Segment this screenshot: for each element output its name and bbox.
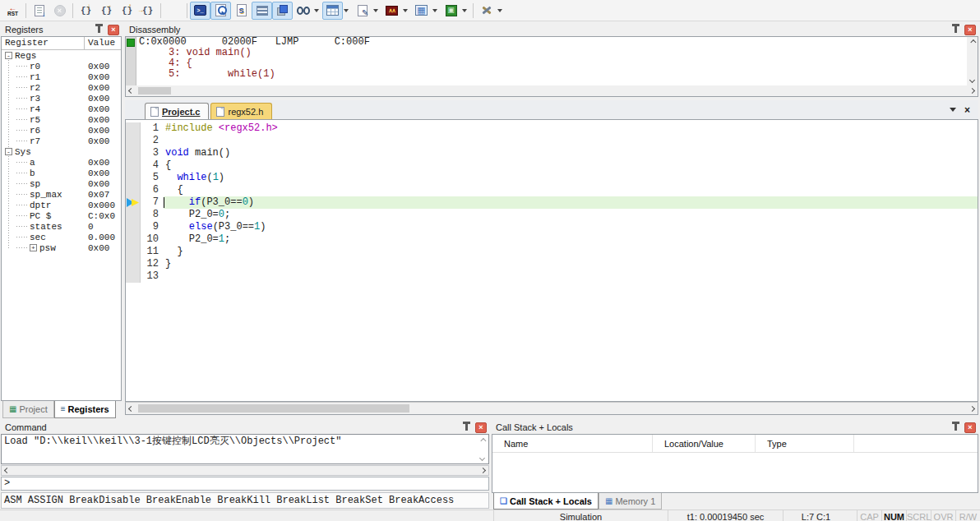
dropdown-arrow-icon[interactable] (497, 9, 502, 12)
memory-window-button[interactable] (322, 2, 343, 20)
breakpoint-gutter[interactable] (126, 233, 141, 246)
run-to-line-button[interactable] (29, 2, 49, 20)
scroll-down-icon[interactable] (967, 75, 978, 85)
code-text[interactable] (164, 270, 978, 283)
register-row[interactable]: r20x00 (2, 82, 121, 93)
disassembly-lines[interactable]: C:0x0000 02000F LJMP C:000F 3: void main… (136, 37, 967, 85)
trace-window-button[interactable] (411, 2, 432, 20)
name-column-header[interactable]: Name (492, 435, 653, 452)
scroll-up-icon[interactable] (477, 436, 488, 446)
register-row[interactable]: sp_max0x07 (2, 189, 121, 200)
stop-button[interactable] (49, 2, 70, 20)
breakpoint-gutter[interactable] (126, 122, 141, 135)
code-line[interactable]: 8 P2_0=0; (126, 209, 978, 221)
code-text[interactable]: P2_0=0; (164, 209, 978, 221)
disassembly-line[interactable]: C:0x0000 02000F LJMP C:000F (136, 37, 967, 48)
code-line[interactable]: 4{ (126, 159, 978, 172)
code-line[interactable]: 12} (126, 258, 978, 270)
code-line[interactable]: 1#include <regx52.h> (126, 122, 978, 135)
pin-icon[interactable] (465, 424, 468, 431)
code-text[interactable]: void main() (164, 147, 978, 159)
disassembly-line[interactable]: 5: while(1) (136, 69, 967, 80)
type-column-header[interactable]: Type (756, 435, 854, 452)
step-over-button[interactable]: → (96, 2, 117, 20)
code-line[interactable]: 10 P2_0=1; (126, 233, 978, 246)
code-text[interactable]: { (164, 159, 978, 172)
code-line[interactable]: 11 } (126, 246, 978, 258)
breakpoint-gutter[interactable] (126, 270, 141, 283)
toolbox-button[interactable] (476, 2, 497, 20)
scrollbar-thumb[interactable] (138, 87, 171, 95)
breakpoint-gutter[interactable] (126, 221, 141, 233)
serial-window-button[interactable] (352, 2, 372, 20)
scroll-left-icon[interactable] (126, 403, 136, 414)
editor-hscrollbar[interactable] (125, 402, 978, 415)
tab-project[interactable]: ▦Project (2, 401, 54, 418)
collapse-icon[interactable]: - (5, 148, 12, 155)
editor-tab-regx52-h[interactable]: regx52.h (210, 103, 272, 119)
scroll-down-icon[interactable] (477, 453, 488, 463)
system-viewer-button[interactable] (441, 2, 461, 20)
scrollbar-thumb[interactable] (138, 404, 409, 413)
scroll-right-icon[interactable] (967, 85, 978, 96)
code-line[interactable]: 7 if(P3_0==0) (126, 196, 978, 209)
dropdown-arrow-icon[interactable] (373, 9, 378, 12)
code-line[interactable]: 3void main() (126, 147, 978, 159)
symbol-window-button[interactable] (231, 2, 252, 20)
code-text[interactable]: else(P3_0==1) (164, 221, 978, 233)
pin-icon[interactable] (98, 26, 100, 33)
code-text[interactable]: P2_0=1; (164, 233, 978, 246)
command-hscrollbar[interactable] (1, 465, 489, 476)
tab-memory-1[interactable]: ▦Memory 1 (599, 493, 662, 509)
pin-icon[interactable] (955, 424, 957, 431)
register-column-header[interactable]: Register (2, 37, 85, 49)
close-icon[interactable] (108, 25, 119, 35)
breakpoint-gutter[interactable] (126, 196, 141, 209)
code-line[interactable]: 6 { (126, 184, 978, 196)
scroll-left-icon[interactable] (126, 85, 136, 96)
scroll-right-icon[interactable] (967, 403, 978, 414)
code-text[interactable]: #include <regx52.h> (164, 122, 978, 135)
close-document-icon[interactable]: × (964, 105, 970, 115)
register-row[interactable]: r50x00 (2, 114, 121, 125)
callstack-body[interactable] (492, 453, 978, 493)
registers-window-button[interactable] (252, 2, 272, 20)
code-text[interactable]: } (164, 258, 978, 270)
step-out-button[interactable]: ↑ (117, 2, 137, 20)
dropdown-arrow-icon[interactable] (344, 9, 349, 12)
tab-list-dropdown-icon[interactable] (950, 108, 956, 112)
dropdown-arrow-icon[interactable] (432, 9, 437, 12)
step-into-button[interactable]: ↓ (76, 2, 96, 20)
register-row[interactable]: a0x00 (2, 157, 121, 168)
expand-icon[interactable]: + (30, 244, 37, 251)
close-icon[interactable] (475, 422, 487, 433)
code-line[interactable]: 5 while(1) (126, 172, 978, 184)
code-line[interactable]: 9 else(P3_0==1) (126, 221, 978, 233)
command-vscrollbar[interactable] (477, 436, 488, 463)
command-input[interactable]: > (1, 477, 489, 491)
dropdown-arrow-icon[interactable] (314, 9, 319, 12)
breakpoint-gutter[interactable] (126, 184, 141, 196)
register-row[interactable]: r30x00 (2, 93, 121, 104)
disassembly-gutter[interactable] (126, 37, 136, 85)
register-row[interactable]: dptr0x000 (2, 200, 121, 210)
breakpoint-gutter[interactable] (126, 135, 141, 147)
location-column-header[interactable]: Location/Value (653, 435, 756, 452)
editor-tab-project-c[interactable]: Project.c (145, 103, 209, 119)
register-row[interactable]: states0 (2, 221, 121, 232)
value-column-header[interactable]: Value (85, 37, 121, 49)
breakpoint-gutter[interactable] (126, 258, 141, 270)
code-line[interactable]: 2 (126, 135, 978, 147)
register-row[interactable]: r00x00 (2, 61, 121, 71)
disassembly-hscrollbar[interactable] (126, 85, 978, 96)
tab-call-stack-locals[interactable]: ❏Call Stack + Locals (493, 493, 599, 509)
register-row[interactable]: r60x00 (2, 125, 121, 136)
breakpoint-gutter[interactable] (126, 147, 141, 159)
register-row[interactable]: b0x00 (2, 168, 121, 178)
call-stack-window-button[interactable] (272, 2, 293, 20)
breakpoint-gutter[interactable] (126, 159, 141, 172)
code-text[interactable]: if(P3_0==0) (164, 196, 978, 209)
close-icon[interactable] (964, 422, 976, 433)
tab-registers[interactable]: ≡Registers (54, 401, 116, 418)
register-row[interactable]: r40x00 (2, 104, 121, 114)
